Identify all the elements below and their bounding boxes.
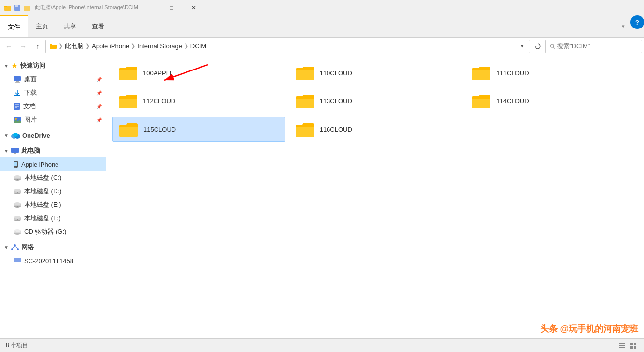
network-pc-icon	[14, 257, 21, 264]
svg-rect-55	[14, 258, 21, 262]
this-pc-label: 此电脑	[21, 146, 40, 155]
sidebar-group-quick-access[interactable]: ▼ 快速访问	[0, 59, 106, 72]
breadcrumb: ❯ 此电脑 ❯ Apple iPhone ❯ Internal Storage …	[50, 42, 206, 51]
drive-e-icon	[14, 201, 21, 208]
network-icon	[11, 244, 19, 251]
svg-point-48	[14, 229, 21, 232]
address-dropdown-btn[interactable]: ▾	[519, 43, 526, 49]
sidebar-group-onedrive[interactable]: ▼ OneDrive	[0, 128, 106, 142]
expand-this-pc-icon: ▼	[4, 148, 9, 154]
help-button[interactable]: ?	[630, 15, 644, 29]
svg-rect-11	[14, 76, 21, 81]
breadcrumb-this-pc[interactable]: 此电脑	[65, 42, 84, 51]
iphone-icon	[14, 160, 18, 168]
search-input[interactable]	[557, 42, 638, 50]
sidebar-item-pictures[interactable]: 图片 📌	[0, 113, 106, 127]
onedrive-icon	[11, 132, 20, 139]
tab-home[interactable]: 主页	[28, 15, 56, 37]
close-button[interactable]: ✕	[183, 0, 205, 15]
onedrive-label: OneDrive	[22, 132, 50, 139]
search-box[interactable]	[545, 40, 642, 53]
tab-share[interactable]: 共享	[56, 15, 84, 37]
breadcrumb-internal[interactable]: Internal Storage	[137, 42, 182, 50]
breadcrumb-dcim[interactable]: DCIM	[190, 42, 206, 50]
svg-rect-13	[15, 82, 20, 83]
desktop-icon	[14, 76, 21, 83]
tab-view[interactable]: 查看	[84, 15, 112, 37]
sidebar-pictures-label: 图片	[24, 115, 37, 124]
pin-icon-pic: 📌	[96, 117, 102, 123]
sidebar-item-documents[interactable]: 文档 📌	[0, 99, 106, 113]
drive-f-label: 本地磁盘 (F:)	[24, 214, 61, 223]
folder-icon	[295, 65, 315, 81]
network-label: 网络	[21, 243, 34, 252]
drive-c-icon	[14, 174, 21, 181]
status-count: 8 个项目	[6, 341, 28, 350]
svg-rect-58	[619, 343, 625, 344]
folder-item-f2[interactable]: 110CLOUD	[289, 61, 462, 85]
star-icon	[11, 62, 18, 70]
sidebar-item-drive-d[interactable]: 本地磁盘 (D:)	[0, 184, 106, 198]
sidebar-item-drive-c[interactable]: 本地磁盘 (C:)	[0, 171, 106, 184]
drive-f-icon	[14, 215, 21, 222]
sidebar-item-drive-f[interactable]: 本地磁盘 (F:)	[0, 211, 106, 225]
svg-point-33	[17, 179, 18, 180]
ribbon-expand[interactable]: ▾	[618, 15, 629, 37]
svg-point-20	[15, 118, 17, 120]
tab-file[interactable]: 文件	[0, 15, 28, 37]
svg-rect-1	[4, 6, 7, 7]
sidebar-group-network[interactable]: ▼ 网络	[0, 240, 106, 254]
address-row: ← → ↑ ❯ 此电脑 ❯ Apple iPhone ❯ Internal St…	[0, 38, 644, 55]
pin-icon-doc: 📌	[96, 104, 102, 109]
refresh-button[interactable]	[531, 40, 544, 53]
svg-point-52	[17, 248, 19, 250]
back-button[interactable]: ←	[2, 40, 15, 53]
sidebar-item-apple-iphone[interactable]: Apple iPhone	[0, 157, 106, 171]
sidebar-item-network-pc[interactable]: SC-20201111458	[0, 254, 106, 268]
sidebar-downloads-label: 下载	[24, 88, 37, 97]
svg-point-32	[14, 175, 21, 178]
forward-button[interactable]: →	[16, 40, 30, 53]
folder-item-f3[interactable]: 111CLOUD	[465, 61, 638, 85]
sidebar-item-desktop[interactable]: 桌面 📌	[0, 72, 106, 86]
content-area: 100APPLE 110CLOUD 111CLOUD 112CLOUD 113C…	[106, 55, 644, 338]
svg-rect-60	[619, 347, 625, 348]
search-icon	[550, 43, 555, 49]
title-bar-controls[interactable]: — □ ✕	[138, 0, 205, 15]
svg-point-36	[14, 189, 21, 192]
minimize-button[interactable]: —	[138, 0, 160, 15]
sidebar-item-downloads[interactable]: 下载 📌	[0, 86, 106, 99]
svg-rect-26	[12, 154, 18, 155]
folder-item-f8[interactable]: 116CLOUD	[289, 117, 462, 142]
folder-item-f7[interactable]: 115CLOUD	[112, 117, 285, 142]
ribbon: 文件 主页 共享 查看 ▾ ?	[0, 15, 644, 38]
address-bar[interactable]: ❯ 此电脑 ❯ Apple iPhone ❯ Internal Storage …	[45, 40, 530, 53]
view-tiles-button[interactable]	[629, 341, 638, 351]
svg-rect-64	[634, 346, 636, 349]
svg-point-37	[17, 192, 18, 193]
svg-marker-10	[12, 63, 17, 68]
up-button[interactable]: ↑	[31, 40, 44, 53]
svg-point-40	[14, 202, 21, 205]
folder-item-f4[interactable]: 112CLOUD	[112, 89, 285, 113]
folder-icon	[471, 93, 491, 109]
svg-point-8	[550, 44, 553, 47]
sidebar-item-drive-g[interactable]: CD 驱动器 (G:)	[0, 225, 106, 239]
breadcrumb-iphone[interactable]: Apple iPhone	[92, 42, 129, 50]
folder-item-f5[interactable]: 113CLOUD	[289, 89, 462, 113]
maximize-button[interactable]: □	[160, 0, 183, 15]
main-area: ▼ 快速访问 桌面 📌 下载 📌	[0, 55, 644, 338]
folder-item-f1[interactable]: 100APPLE	[112, 61, 285, 85]
folder-icon	[295, 93, 315, 109]
sidebar-group-this-pc[interactable]: ▼ 此电脑	[0, 144, 106, 157]
folder-name: 110CLOUD	[320, 70, 352, 77]
this-pc-icon	[11, 147, 19, 154]
svg-line-9	[553, 47, 555, 48]
sidebar-item-drive-e[interactable]: 本地磁盘 (E:)	[0, 198, 106, 211]
expand-network-icon: ▼	[4, 245, 9, 250]
folder-name: 116CLOUD	[320, 126, 352, 133]
view-details-button[interactable]	[617, 341, 627, 351]
folder-item-f6[interactable]: 114CLOUD	[465, 89, 638, 113]
titlebar-folder2-icon	[23, 4, 31, 12]
folder-name: 100APPLE	[143, 70, 174, 77]
